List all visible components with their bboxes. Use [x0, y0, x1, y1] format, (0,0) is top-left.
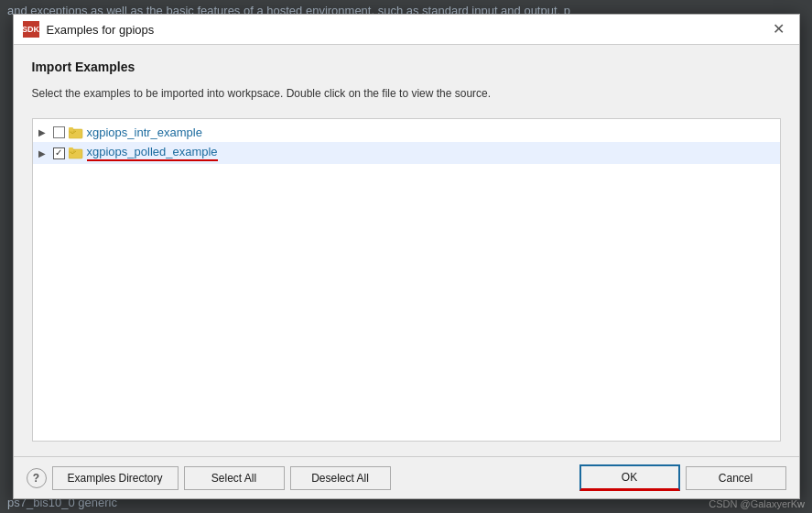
examples-dialog: SDK Examples for gpiops ✕ Import Example… [13, 14, 800, 499]
dialog-footer: ? Examples Directory Select All Deselect… [14, 456, 799, 498]
tree-item-label-1[interactable]: xgpiops_intr_example [87, 126, 202, 139]
section-title: Import Examples [32, 60, 781, 74]
tree-item[interactable]: ▶ xgpiops_intr_example [33, 123, 780, 142]
expand-arrow-1[interactable]: ▶ [38, 127, 49, 137]
ok-button[interactable]: OK [579, 464, 680, 491]
select-all-button[interactable]: Select All [184, 466, 285, 490]
dialog-title: Examples for gpiops [47, 23, 155, 37]
tree-item[interactable]: ▶ xgpiops_polled_example [33, 142, 780, 164]
watermark: CSDN @GalaxyerKw [709, 498, 805, 509]
sdk-icon: SDK [23, 21, 39, 38]
expand-arrow-2[interactable]: ▶ [38, 148, 49, 158]
checkbox-1[interactable] [53, 126, 65, 138]
examples-tree[interactable]: ▶ xgpiops_intr_example ▶ [32, 118, 781, 442]
examples-directory-button[interactable]: Examples Directory [52, 466, 179, 490]
checkbox-2[interactable] [53, 147, 65, 159]
cancel-button[interactable]: Cancel [686, 466, 786, 490]
tree-item-label-2[interactable]: xgpiops_polled_example [87, 145, 218, 161]
dialog-body: Import Examples Select the examples to b… [14, 45, 799, 456]
folder-icon-1 [69, 126, 83, 139]
help-button[interactable]: ? [27, 468, 47, 488]
deselect-all-button[interactable]: Deselect All [290, 466, 391, 490]
svg-rect-5 [69, 147, 73, 150]
close-button[interactable]: ✕ [767, 20, 790, 38]
dialog-title-left: SDK Examples for gpiops [23, 21, 155, 38]
section-description: Select the examples to be imported into … [32, 87, 781, 100]
folder-icon-2 [69, 147, 83, 159]
svg-rect-2 [69, 127, 73, 130]
dialog-title-bar: SDK Examples for gpiops ✕ [14, 15, 799, 45]
